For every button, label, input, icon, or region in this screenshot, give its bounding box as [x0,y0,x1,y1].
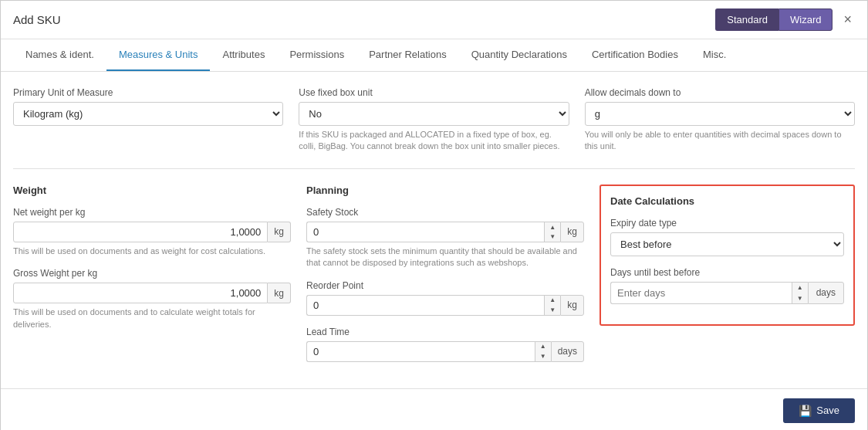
title-bar-controls: Standard Wizard × [715,8,855,31]
window-title: Add SKU [13,13,61,26]
safety-stock-arrows: ▲ ▼ [544,222,560,242]
net-weight-input-row: kg [13,222,291,242]
save-button[interactable]: 💾 Save [783,398,855,423]
main-content: Primary Unit of Measure Kilogram (kg) Us… [1,72,867,388]
tab-permissions[interactable]: Permissions [277,39,356,71]
days-until-input-row: ▲ ▼ days [610,282,844,304]
net-weight-unit: kg [268,222,291,242]
fixed-box-select[interactable]: No [299,102,569,126]
fixed-box-label: Use fixed box unit [299,87,569,98]
weight-section-title: Weight [13,185,291,196]
date-section-title: Date Calculations [610,195,844,207]
top-fields-row: Primary Unit of Measure Kilogram (kg) Us… [13,87,855,153]
days-unit: days [808,282,844,304]
days-down-arrow[interactable]: ▼ [792,293,808,303]
reorder-point-input-row: ▲ ▼ kg [306,295,584,316]
allow-decimals-hint: You will only be able to enter quantitie… [585,129,855,153]
lead-time-input[interactable] [306,341,535,362]
allow-decimals-group: Allow decimals down to g You will only b… [585,87,855,153]
main-columns: Weight Net weight per kg kg This will be… [13,185,855,373]
reorder-up-arrow[interactable]: ▲ [545,296,560,306]
close-button[interactable]: × [840,12,855,28]
gross-weight-input[interactable] [13,283,268,303]
safety-stock-field: Safety Stock ▲ ▼ kg The safety stock set… [306,207,584,269]
days-until-arrows: ▲ ▼ [792,282,808,304]
wizard-mode-button[interactable]: Wizard [778,8,833,31]
expiry-type-field: Expiry date type Best before [610,218,844,256]
safety-stock-input-row: ▲ ▼ kg [306,222,584,242]
lead-time-input-row: ▲ ▼ days [306,341,584,362]
net-weight-input[interactable] [13,222,268,242]
days-until-label: Days until best before [610,267,844,278]
gross-weight-label: Gross Weight per kg [13,268,291,279]
safety-stock-up-arrow[interactable]: ▲ [545,222,560,232]
allow-decimals-select[interactable]: g [585,102,855,126]
net-weight-hint: This will be used on documents and as we… [13,245,291,257]
planning-section-title: Planning [306,185,584,196]
primary-unit-label: Primary Unit of Measure [13,87,283,98]
net-weight-field: Net weight per kg kg This will be used o… [13,207,291,257]
lead-time-label: Lead Time [306,327,584,337]
tab-quantity[interactable]: Quantity Declarations [459,39,579,71]
net-weight-label: Net weight per kg [13,207,291,218]
lead-time-up-arrow[interactable]: ▲ [535,342,551,352]
expiry-type-select[interactable]: Best before [610,232,844,256]
reorder-point-unit: kg [560,295,584,316]
days-until-input[interactable] [610,282,792,304]
standard-mode-button[interactable]: Standard [715,8,778,31]
reorder-point-label: Reorder Point [306,280,584,291]
safety-stock-input[interactable] [306,222,544,242]
gross-weight-hint: This will be used on documents and to ca… [13,306,291,330]
save-icon: 💾 [799,405,812,417]
reorder-point-field: Reorder Point ▲ ▼ kg [306,280,584,316]
primary-unit-select[interactable]: Kilogram (kg) [13,102,283,126]
expiry-type-label: Expiry date type [610,218,844,229]
tab-attributes[interactable]: Attributes [210,39,277,71]
tab-misc[interactable]: Misc. [691,39,738,71]
footer: 💾 Save [1,388,867,430]
safety-stock-hint: The safety stock sets the minimum quanti… [306,245,584,269]
save-label: Save [816,405,839,416]
tab-names[interactable]: Names & ident. [13,39,106,71]
lead-time-unit: days [551,341,584,362]
main-window: Add SKU Standard Wizard × Names & ident.… [0,0,868,430]
allow-decimals-label: Allow decimals down to [585,87,855,98]
safety-stock-unit: kg [560,222,584,242]
tab-partner[interactable]: Partner Relations [356,39,458,71]
days-until-field: Days until best before ▲ ▼ days [610,267,844,304]
date-column: Date Calculations Expiry date type Best … [599,185,855,326]
title-bar: Add SKU Standard Wizard × [1,1,867,39]
date-calculations-box: Date Calculations Expiry date type Best … [599,185,855,326]
tab-measures[interactable]: Measures & Units [106,39,211,71]
days-up-arrow[interactable]: ▲ [792,283,808,293]
fixed-box-hint: If this SKU is packaged and ALLOCATED in… [299,129,569,153]
lead-time-down-arrow[interactable]: ▼ [535,351,551,361]
primary-unit-group: Primary Unit of Measure Kilogram (kg) [13,87,283,153]
lead-time-field: Lead Time ▲ ▼ days [306,327,584,362]
gross-weight-unit: kg [268,283,291,303]
reorder-down-arrow[interactable]: ▼ [545,305,560,315]
weight-column: Weight Net weight per kg kg This will be… [13,185,291,341]
safety-stock-label: Safety Stock [306,207,584,218]
reorder-point-input[interactable] [306,295,544,316]
tab-certification[interactable]: Certification Bodies [579,39,691,71]
safety-stock-down-arrow[interactable]: ▼ [545,232,560,242]
gross-weight-input-row: kg [13,283,291,303]
planning-column: Planning Safety Stock ▲ ▼ kg The safety … [306,185,584,373]
tab-bar: Names & ident. Measures & Units Attribut… [1,39,867,72]
fixed-box-group: Use fixed box unit No If this SKU is pac… [299,87,569,153]
lead-time-arrows: ▲ ▼ [535,341,551,362]
gross-weight-field: Gross Weight per kg kg This will be used… [13,268,291,330]
reorder-point-arrows: ▲ ▼ [544,295,560,316]
section-divider [13,168,855,169]
